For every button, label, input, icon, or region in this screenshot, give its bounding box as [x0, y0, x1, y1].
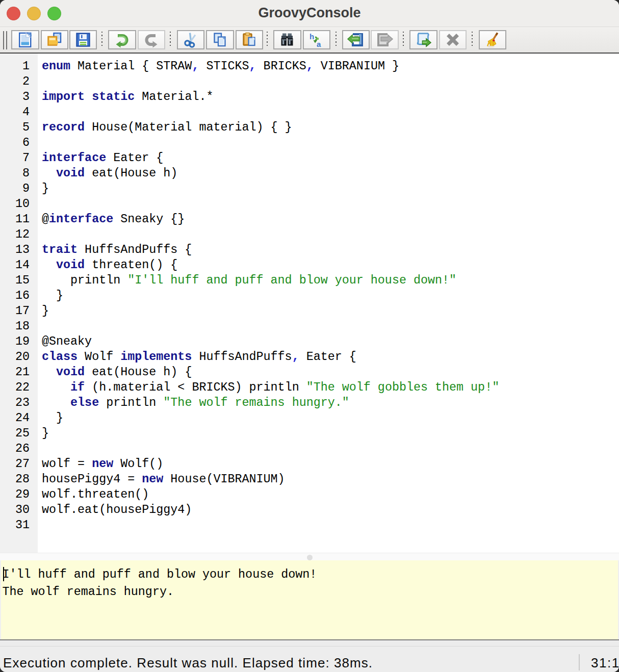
svg-text:a: a — [317, 40, 321, 48]
svg-text:h: h — [310, 32, 314, 41]
